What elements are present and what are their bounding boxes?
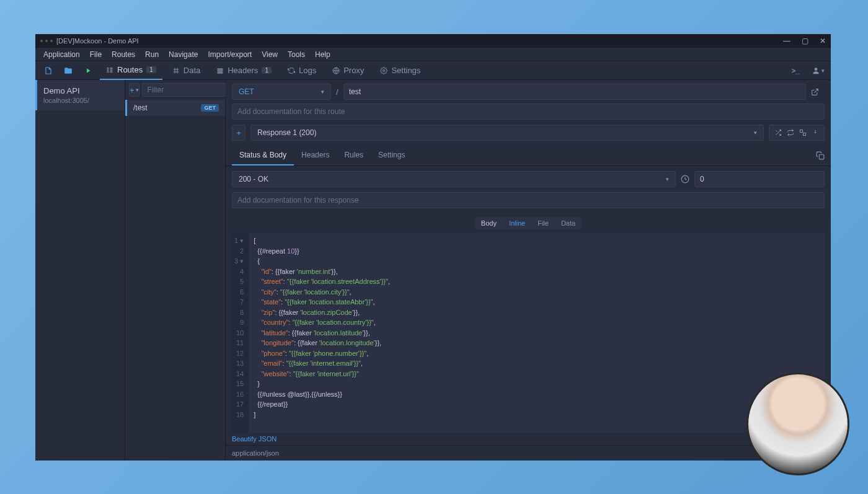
repeat-icon[interactable]: [787, 129, 794, 136]
body-tab-inline[interactable]: Inline: [503, 217, 531, 229]
gear-icon: [380, 67, 388, 74]
tab-routes-label: Routes: [117, 65, 143, 74]
command-icon[interactable]: >_: [787, 63, 804, 79]
menu-tools[interactable]: Tools: [283, 49, 309, 60]
svg-rect-5: [819, 154, 824, 159]
open-env-icon[interactable]: [60, 63, 76, 79]
routes-panel: + ▾ /test GET: [125, 80, 226, 461]
menu-help[interactable]: Help: [311, 49, 335, 60]
route-doc-input[interactable]: [232, 104, 825, 120]
chevron-down-icon: ▾: [321, 89, 324, 95]
close-button[interactable]: ✕: [820, 37, 826, 45]
menu-import-export[interactable]: Import/export: [203, 49, 256, 60]
resp-tab-rules[interactable]: Rules: [337, 146, 371, 165]
minimize-button[interactable]: —: [783, 37, 790, 45]
proxy-icon: [332, 67, 340, 74]
response-doc-input[interactable]: [232, 192, 825, 208]
response-mode-icons: [769, 125, 825, 141]
route-path: /test: [133, 104, 148, 112]
fallback-icon[interactable]: [812, 129, 819, 136]
menu-routes[interactable]: Routes: [107, 49, 140, 60]
maximize-button[interactable]: ▢: [802, 37, 808, 45]
headers-icon: [216, 67, 224, 74]
window-title: [DEV]Mockoon - Demo API: [56, 37, 139, 45]
tab-logs-label: Logs: [299, 66, 316, 75]
path-slash: /: [336, 87, 339, 97]
env-item[interactable]: Demo API localhost:3005/: [35, 80, 125, 110]
routes-badge: 1: [146, 66, 156, 73]
menu-application[interactable]: Application: [39, 49, 84, 60]
delay-input[interactable]: [694, 171, 825, 187]
external-link-icon[interactable]: [811, 88, 825, 96]
route-item[interactable]: /test GET: [125, 100, 225, 116]
svg-point-1: [383, 69, 385, 71]
routes-icon: [106, 66, 113, 74]
menu-file[interactable]: File: [86, 49, 106, 60]
copy-icon[interactable]: [816, 151, 825, 160]
switch-icon[interactable]: [799, 129, 807, 136]
resp-tab-status-body[interactable]: Status & Body: [232, 146, 294, 165]
environments-panel: Demo API localhost:3005/: [35, 80, 125, 461]
content-panel: GET ▾ / + Response 1 (200) ▾: [226, 80, 831, 461]
window-dots-icon: [40, 40, 53, 42]
status-value: 200 - OK: [239, 175, 268, 183]
tab-routes[interactable]: Routes 1: [100, 61, 162, 80]
menubar: Application File Routes Run Navigate Imp…: [35, 48, 831, 61]
play-icon[interactable]: [80, 63, 96, 79]
route-method-badge: GET: [201, 104, 219, 112]
response-selected: Response 1 (200): [257, 128, 316, 137]
resp-tab-headers[interactable]: Headers: [294, 146, 337, 165]
svg-point-2: [814, 68, 817, 71]
resp-tab-settings[interactable]: Settings: [371, 146, 412, 165]
beautify-json-link[interactable]: Beautify JSON: [226, 433, 831, 445]
line-gutter: 1 ▾23 ▾456789101112131415161718: [232, 233, 249, 433]
menu-navigate[interactable]: Navigate: [164, 49, 202, 60]
chevron-down-icon: ▾: [666, 176, 669, 182]
svg-rect-4: [804, 133, 806, 136]
tab-data[interactable]: Data: [166, 61, 206, 80]
tab-settings[interactable]: Settings: [374, 61, 427, 80]
env-host: localhost:3005/: [43, 97, 118, 104]
add-response-button[interactable]: +: [232, 125, 246, 141]
code-editor[interactable]: 1 ▾23 ▾456789101112131415161718 [ {{#rep…: [232, 233, 825, 433]
tab-proxy-label: Proxy: [343, 66, 364, 75]
tab-headers[interactable]: Headers 1: [210, 61, 278, 80]
code-area[interactable]: [ {{#repeat 10}} { "id": {{faker 'number…: [249, 233, 825, 433]
headers-badge: 1: [262, 67, 272, 74]
content-type-footer: application/json: [226, 445, 831, 461]
data-icon: [172, 67, 180, 74]
tab-proxy[interactable]: Proxy: [326, 61, 370, 80]
svg-rect-3: [800, 130, 803, 133]
new-env-icon[interactable]: [40, 63, 56, 79]
body-type-tabs: Body Inline File Data: [475, 217, 582, 229]
method-select[interactable]: GET ▾: [232, 84, 331, 100]
method-value: GET: [239, 87, 254, 96]
tab-settings-label: Settings: [391, 66, 420, 75]
body-tab-file[interactable]: File: [531, 217, 555, 229]
tab-logs[interactable]: Logs: [281, 61, 322, 80]
chevron-down-icon: ▾: [754, 130, 757, 136]
webcam-avatar: [746, 373, 849, 475]
menu-run[interactable]: Run: [141, 49, 163, 60]
titlebar: [DEV]Mockoon - Demo API — ▢ ✕: [35, 34, 831, 48]
body-tab-label: Body: [475, 217, 503, 229]
app-window: [DEV]Mockoon - Demo API — ▢ ✕ Applicatio…: [35, 34, 831, 461]
shuffle-icon[interactable]: [774, 129, 782, 136]
response-select[interactable]: Response 1 (200) ▾: [250, 125, 764, 141]
add-route-button[interactable]: + ▾: [129, 83, 140, 97]
menu-view[interactable]: View: [257, 49, 282, 60]
body-tab-data[interactable]: Data: [555, 217, 582, 229]
tab-headers-label: Headers: [228, 66, 258, 75]
env-name: Demo API: [43, 86, 118, 95]
toolbar: Routes 1 Data Headers 1 Logs Proxy: [35, 61, 831, 80]
logs-icon: [288, 67, 295, 74]
clock-icon: [681, 175, 689, 183]
route-path-input[interactable]: [343, 84, 806, 100]
status-select[interactable]: 200 - OK ▾: [232, 171, 676, 187]
account-icon[interactable]: ▾: [810, 63, 826, 79]
tab-data-label: Data: [184, 66, 200, 75]
